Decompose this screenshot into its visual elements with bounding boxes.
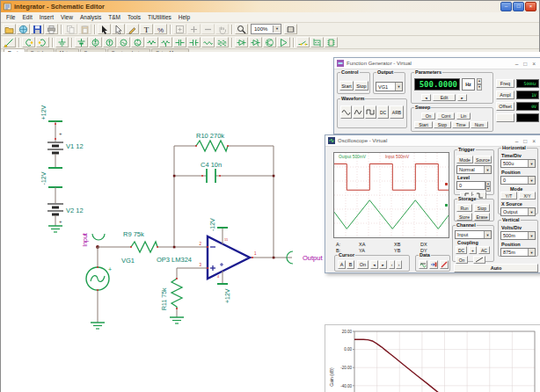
menu-help[interactable]: Help (175, 14, 193, 20)
data-curves-button[interactable] (419, 260, 427, 269)
wire-tool-icon[interactable] (3, 37, 16, 47)
voltage-generator-vg1[interactable]: + VG1 (86, 257, 135, 329)
mode-xy-button[interactable]: X/Y (519, 192, 536, 200)
fg-sweep-lin-button[interactable]: Lin (456, 113, 471, 120)
pen-icon[interactable] (126, 24, 139, 34)
fg-close-icon[interactable]: × (532, 61, 536, 67)
minimize-button[interactable]: – (500, 2, 512, 11)
trigger-source-button[interactable]: Source (474, 156, 492, 163)
fg-output-channel-combo[interactable]: VG1▼ (376, 82, 403, 91)
fg-sweep-num-button[interactable]: Num (471, 121, 488, 128)
diode-icon[interactable] (235, 37, 248, 47)
menu-insert[interactable]: Insert (36, 14, 57, 20)
fg-freq-button[interactable]: Freq (496, 79, 514, 88)
zoom-level-combo[interactable]: 100% ▼ (251, 24, 281, 34)
coupling-ac-button[interactable]: AC (478, 246, 490, 254)
fg-sweep-time-button[interactable]: Time (452, 121, 470, 128)
coupling-dc-button[interactable]: DC (456, 246, 467, 254)
capacitor-icon[interactable] (173, 37, 186, 47)
cursor-right-icon[interactable]: ► (379, 260, 387, 269)
menu-tiutilities[interactable]: TIUtilities (144, 14, 175, 20)
ic-icon[interactable] (325, 37, 338, 47)
relay-icon[interactable] (310, 37, 324, 47)
fg-prev-digit-button[interactable]: ◄ (421, 94, 431, 101)
schematic-canvas[interactable]: +12V + V1 12 -12V (1, 52, 540, 392)
export-icon[interactable] (17, 24, 30, 34)
dropdown-arrow-icon[interactable]: ▼ (528, 208, 535, 215)
opamp-tool-icon[interactable] (277, 37, 290, 47)
input-port-icon[interactable] (22, 37, 35, 47)
resistor-icon[interactable] (145, 37, 158, 47)
inductor-icon[interactable] (201, 37, 215, 47)
v-position-combo[interactable]: 875m▼ (500, 248, 536, 257)
fg-sweep-on-button[interactable]: On (421, 113, 435, 120)
fg-square-wave-button[interactable] (365, 105, 376, 119)
storage-erase-button[interactable]: Erase (474, 213, 490, 221)
fg-frequency-spinner[interactable]: ▲▼ (477, 78, 482, 91)
menu-view[interactable]: View (57, 14, 77, 20)
trigger-mode-button[interactable]: Mode (456, 156, 473, 163)
open-icon[interactable] (3, 24, 16, 34)
transformer-icon[interactable] (215, 37, 229, 47)
close-button[interactable]: × (525, 2, 536, 11)
fg-offset-button[interactable]: Offset (496, 102, 514, 111)
channel-on-button[interactable]: On (456, 256, 468, 264)
select-arrow-icon[interactable] (112, 24, 125, 34)
battery-v1[interactable]: +12V + V1 12 (40, 105, 84, 168)
osc-auto-button[interactable]: Auto (454, 264, 538, 272)
cursor-left-icon[interactable]: ◄ (370, 260, 378, 269)
resistor-r9[interactable]: R9 75k (123, 230, 158, 252)
osc-minimize-icon[interactable]: – (515, 138, 519, 144)
trigger-level-field[interactable]: 0 (456, 181, 485, 190)
timediv-combo[interactable]: 500u▼ (500, 159, 536, 168)
paste-icon[interactable] (78, 24, 91, 34)
cursor-b-button[interactable]: B (347, 260, 354, 269)
battery-v2[interactable]: -12V + V2 12 (40, 171, 84, 232)
spinner-down-icon[interactable]: ▼ (477, 84, 482, 91)
macro-icon[interactable]: % (154, 24, 167, 34)
data-erase-button[interactable] (440, 260, 449, 269)
spinner-arrows-icon[interactable]: ▼ (528, 232, 535, 239)
potentiometer-icon[interactable] (159, 37, 172, 47)
channel-combo[interactable]: Input▼ (455, 230, 492, 239)
magnifier-icon[interactable] (235, 24, 248, 34)
fg-next-digit-button[interactable]: ► (457, 94, 467, 101)
chip-icon[interactable] (284, 24, 297, 34)
x-source-combo[interactable]: Output▼ (500, 207, 536, 216)
dropdown-arrow-icon[interactable]: ▼ (484, 231, 491, 238)
voltage-source-icon[interactable] (89, 37, 102, 47)
fg-arb-button[interactable]: ARB (390, 105, 404, 119)
fg-sweep-start-button[interactable]: Start (414, 121, 433, 128)
spinner-arrows-icon[interactable]: ▼ (528, 249, 535, 256)
storage-run-button[interactable]: Run (456, 204, 472, 212)
h-position-combo[interactable]: 0▼ (500, 176, 536, 185)
resistor-r11[interactable]: R11 75k (161, 278, 184, 323)
spinner-arrows-icon[interactable]: ▼ (528, 177, 535, 184)
trigger-mode-combo[interactable]: Normal▼ (456, 165, 492, 174)
cursor-icon[interactable] (98, 24, 111, 34)
menu-edit[interactable]: Edit (18, 14, 35, 20)
fg-sweep-stop-button[interactable]: Stop (434, 121, 451, 128)
fg-edit-button[interactable]: Edit (433, 94, 456, 101)
osc-close-icon[interactable]: × (532, 138, 536, 144)
battery-icon[interactable] (75, 37, 88, 47)
cursor-step-fwd-icon[interactable]: › (396, 260, 402, 269)
dropdown-arrow-icon[interactable]: ▼ (273, 25, 281, 33)
menu-tm[interactable]: T&M (105, 14, 124, 20)
dropdown-arrow-icon[interactable]: ▼ (484, 166, 491, 173)
menu-file[interactable]: File (3, 14, 18, 20)
dropdown-arrow-icon[interactable]: ▼ (395, 83, 402, 91)
fg-triangle-wave-button[interactable] (353, 105, 364, 119)
fg-maximize-icon[interactable]: □ (523, 61, 527, 67)
fg-blank-button[interactable] (496, 113, 514, 122)
print-icon[interactable] (45, 24, 58, 34)
cursor-step-back-icon[interactable]: ‹ (389, 260, 395, 269)
menu-tools[interactable]: Tools (124, 14, 144, 20)
copy-icon[interactable] (64, 24, 77, 34)
menu-analysis[interactable]: Analysis (77, 14, 105, 20)
voltsdiv-combo[interactable]: 500m▼ (500, 231, 536, 240)
fg-sweep-cont-button[interactable]: Cont (437, 113, 455, 120)
mode-yt-button[interactable]: Y/T (500, 192, 517, 200)
coupling-gnd-button[interactable]: + (469, 246, 477, 254)
function-generator-titlebar[interactable]: Function Generator - Virtual – □ × (334, 58, 540, 69)
